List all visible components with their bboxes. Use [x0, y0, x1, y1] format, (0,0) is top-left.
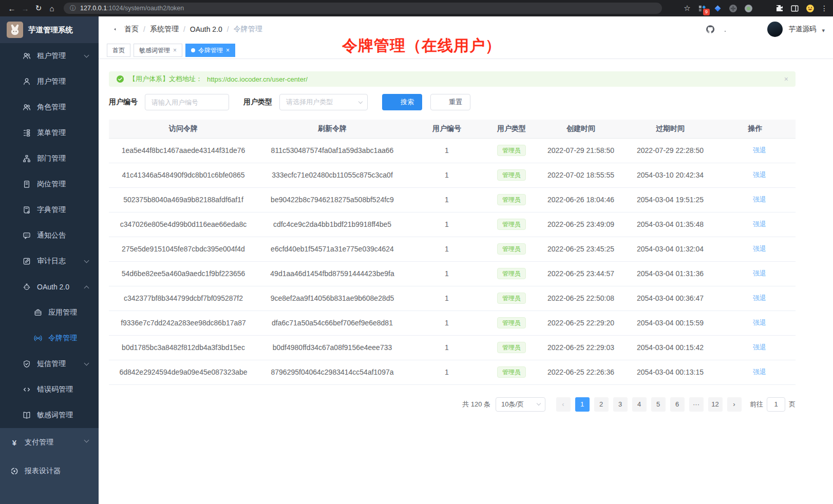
github-icon[interactable]: [706, 25, 715, 34]
force-logout-button[interactable]: 强退: [744, 220, 766, 229]
more-pages-button[interactable]: ···: [689, 397, 704, 412]
force-logout-button[interactable]: 强退: [744, 294, 766, 303]
force-logout-button[interactable]: 强退: [744, 367, 766, 377]
sidebar-item-oauth[interactable]: OAuth 2.0: [0, 274, 99, 300]
user-avatar[interactable]: [767, 22, 783, 37]
browser-forward-button[interactable]: →: [18, 2, 32, 15]
browser-menu-icon[interactable]: ⋮: [821, 4, 828, 12]
user-id-input[interactable]: [145, 94, 229, 110]
extension-dot-icon[interactable]: [744, 4, 753, 13]
force-logout-button[interactable]: 强退: [744, 269, 766, 278]
font-size-icon[interactable]: [750, 25, 760, 34]
force-logout-button[interactable]: 强退: [744, 244, 766, 254]
annotation-title: 令牌管理（在线用户）: [342, 35, 501, 56]
sidebar-item-oauth-app[interactable]: 应用管理: [0, 300, 99, 325]
breadcrumb-system[interactable]: 系统管理: [150, 25, 179, 34]
page-button-5[interactable]: 5: [651, 397, 666, 412]
force-logout-button[interactable]: 强退: [744, 318, 766, 327]
search-button[interactable]: 搜索: [382, 94, 422, 110]
user-type-badge: 管理员: [497, 194, 526, 205]
collapse-sidebar-icon[interactable]: [107, 24, 117, 34]
close-icon[interactable]: ×: [173, 47, 177, 54]
tab-home[interactable]: 首页: [107, 44, 130, 57]
user-type-badge: 管理员: [497, 243, 526, 255]
page-button-1[interactable]: 1: [575, 397, 590, 412]
sidebar-item-role[interactable]: 角色管理: [0, 94, 99, 120]
browser-home-button[interactable]: ⌂: [45, 2, 59, 15]
force-logout-button[interactable]: 强退: [744, 343, 766, 352]
help-icon[interactable]: [721, 25, 730, 34]
bookmark-star-icon[interactable]: ☆: [680, 2, 694, 15]
token-table: 访问令牌 刷新令牌 用户编号 用户类型 创建时间 过期时间 操作 1ea5e44…: [109, 120, 796, 385]
next-page-button[interactable]: ›: [727, 397, 742, 412]
page-button-4[interactable]: 4: [632, 397, 647, 412]
sidebar-item-report-designer[interactable]: 报表设计器: [0, 457, 99, 486]
sidebar-item-notice[interactable]: 通知公告: [0, 223, 99, 248]
chevron-up-icon: [84, 286, 89, 291]
audit-icon: [23, 257, 31, 265]
prev-page-button[interactable]: ‹: [556, 397, 571, 412]
col-actions: 操作: [715, 120, 796, 138]
breadcrumb-oauth[interactable]: OAuth 2.0: [190, 25, 222, 33]
alert-close-icon[interactable]: ×: [784, 75, 788, 83]
user-type-select[interactable]: 请选择用户类型: [279, 94, 368, 110]
close-icon[interactable]: ×: [226, 47, 230, 54]
app-logo[interactable]: 芋道管理系统: [0, 16, 99, 43]
extension-clover-icon[interactable]: [729, 4, 737, 13]
sidebar-item-sms[interactable]: 短信管理: [0, 351, 99, 377]
sidebar-item-user[interactable]: 用户管理: [0, 69, 99, 94]
extension-grid-icon[interactable]: 9: [698, 4, 707, 13]
sidebar-item-error-code[interactable]: 错误码管理: [0, 377, 99, 402]
extension-star-icon[interactable]: [760, 4, 768, 13]
trash-icon: [744, 369, 751, 375]
caret-down-icon[interactable]: ▾: [822, 27, 825, 34]
goto-page-input[interactable]: [767, 397, 785, 412]
doc-alert: 【用户体系】文档地址： https://doc.iocoder.cn/user-…: [109, 71, 796, 87]
search-icon[interactable]: [691, 25, 700, 34]
breadcrumb-home[interactable]: 首页: [124, 25, 139, 34]
user-id-label: 用户编号: [109, 98, 138, 107]
user-name[interactable]: 芋道源码: [788, 25, 816, 34]
page-button-12[interactable]: 12: [708, 397, 723, 412]
sidebar-item-pay[interactable]: ¥支付管理: [0, 428, 99, 457]
chevron-down-icon: [358, 99, 363, 103]
extensions-puzzle-icon[interactable]: [775, 4, 784, 13]
force-logout-button[interactable]: 强退: [744, 146, 766, 155]
force-logout-button[interactable]: 强退: [744, 195, 766, 204]
extension-diamond-icon[interactable]: [713, 4, 722, 13]
tab-token[interactable]: 令牌管理×: [185, 44, 235, 57]
sidebar-item-sensitive-word[interactable]: 敏感词管理: [0, 402, 99, 428]
site-info-icon[interactable]: ⓘ: [70, 4, 76, 13]
sidebar: 芋道管理系统 租户管理 用户管理 角色管理 菜单管理 部门管理 岗位管理 字典管…: [0, 16, 99, 504]
profile-avatar-icon[interactable]: [806, 4, 815, 13]
sidebar-item-token[interactable]: 令牌管理: [0, 325, 99, 351]
share-icon[interactable]: [667, 2, 680, 15]
sidebar-item-audit-log[interactable]: 审计日志: [0, 248, 99, 274]
sidebar-item-dict[interactable]: 字典管理: [0, 197, 99, 223]
browser-reload-button[interactable]: ↻: [32, 2, 45, 15]
side-panel-icon[interactable]: [790, 4, 799, 13]
page-size-select[interactable]: 10条/页: [496, 397, 545, 412]
sidebar-item-post[interactable]: 岗位管理: [0, 171, 99, 197]
sidebar-item-dept[interactable]: 部门管理: [0, 146, 99, 171]
sidebar-item-menu[interactable]: 菜单管理: [0, 120, 99, 146]
page-button-3[interactable]: 3: [613, 397, 628, 412]
page-button-2[interactable]: 2: [594, 397, 609, 412]
signal-icon: [34, 334, 42, 342]
tab-sensitive-word[interactable]: 敏感词管理×: [134, 44, 182, 57]
sidebar-item-tenant[interactable]: 租户管理: [0, 43, 99, 69]
breadcrumb-current: 令牌管理: [234, 25, 262, 34]
chevron-down-icon: [537, 401, 541, 405]
page-button-6[interactable]: 6: [670, 397, 685, 412]
force-logout-button[interactable]: 强退: [744, 170, 766, 180]
report-icon: [10, 467, 18, 475]
alert-doc-link[interactable]: https://doc.iocoder.cn/user-center/: [207, 75, 308, 83]
user-type-label: 用户类型: [243, 98, 272, 107]
browser-back-button[interactable]: ←: [5, 2, 18, 15]
users-icon: [23, 52, 31, 60]
users-icon: [23, 103, 31, 111]
address-bar[interactable]: ⓘ 127.0.0.1:1024/system/oauth2/token: [64, 3, 662, 14]
reset-button[interactable]: 重置: [430, 94, 470, 110]
trash-icon: [744, 295, 751, 301]
fullscreen-icon[interactable]: [735, 25, 745, 34]
